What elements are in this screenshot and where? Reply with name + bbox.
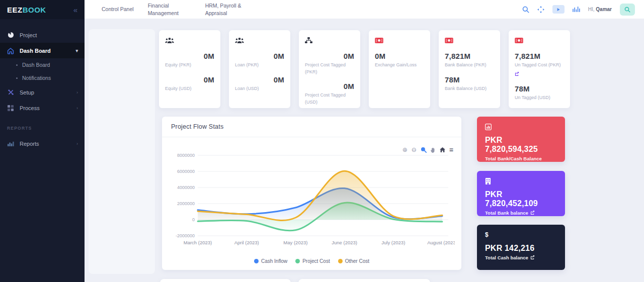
bullet-icon [16,77,18,79]
stat-row: 0MEquity (USD) [165,75,214,92]
stat-value: 78M [445,75,494,84]
stat-value: 0M [305,82,354,90]
summary-label: Total Bank balance [485,210,557,216]
stat-row: 0MProject Cost Tagged (USD) [305,82,354,106]
sidebar-item-project[interactable]: Project [0,27,85,43]
external-link-icon[interactable] [515,71,519,76]
banknote-icon [515,37,564,44]
play-icon[interactable] [552,5,565,14]
dollar-icon: $ [485,231,557,238]
brand-logo: EEZBOOK [7,6,46,14]
stats-bars-icon[interactable] [573,7,580,12]
chart-body: ⊕⊖≡ 80000006000000400000020000000-200000… [162,137,461,269]
zoom-in-icon[interactable]: ⊕ [403,147,408,153]
sidebar-subitem-notifications[interactable]: Notifications [0,71,85,84]
summary-value: PKR 7,820,594,325 [485,136,557,154]
stat-label: Loan (PKR) [235,62,284,69]
sidebar-item-process[interactable]: Process› [0,100,85,116]
greeting-prefix: HI, [588,7,595,12]
selection-zoom-icon[interactable] [421,147,427,153]
svg-text:July (2023): July (2023) [381,240,405,245]
svg-text:April (2023): April (2023) [234,240,259,245]
chevron-right-icon: › [76,90,78,95]
sidebar-collapse-icon[interactable]: « [73,6,77,14]
sidebar-item-dash-board[interactable]: Dash Board▾ [0,43,85,58]
sidebar-logo: EEZBOOK « [0,0,85,19]
bank-icon [485,177,557,184]
menu-icon[interactable]: ≡ [449,146,453,153]
bullet-icon [16,64,18,66]
legend-item-other-cost[interactable]: Other Cost [338,258,369,264]
svg-text:0: 0 [192,217,195,222]
stat-value: 0M [235,52,284,60]
stat-row: 7,821MBank Balance (PKR) [445,52,494,69]
sidebar-subitem-dash-board[interactable]: Dash Board [0,58,85,71]
users-icon [165,37,214,44]
stat-rows: 7,821MBank Balance (PKR)78MBank Balance … [445,52,494,92]
sitemap-icon [305,37,354,44]
legend-dot [254,259,259,263]
legend-item-cash-inflow[interactable]: Cash Inflow [254,258,287,264]
pan-icon[interactable] [431,147,436,153]
summary-value: PKR 142,216 [485,244,557,253]
zoom-out-icon[interactable]: ⊖ [412,147,417,153]
sidebar-item-setup[interactable]: Setup› [0,84,85,100]
summary-label: Total Bank/Cash Balance [485,156,557,161]
legend-item-project-cost[interactable]: Project Cost [295,258,330,264]
nav-tab-control-panel[interactable]: Control Panel [102,6,134,13]
external-link-icon[interactable] [530,255,535,260]
users-icon [235,37,284,44]
stat-label: Loan (USD) [235,85,284,92]
process-icon [7,105,15,111]
chart-header: Project Flow Stats [162,117,461,137]
stat-label: Exchange Gain/Loss [375,62,424,69]
summary-card-total-bank-balance[interactable]: PKR 7,820,452,109Total Bank balance [477,171,565,216]
stat-row: 0MLoan (USD) [235,75,284,92]
summary-value: PKR 7,820,452,109 [485,190,557,208]
nav-tab-financial-management[interactable]: Financial Management [148,2,191,16]
summary-card-total-cash-balance[interactable]: $PKR 142,216Total Cash balance [477,225,565,270]
sidebar-item-label: Dash Board [20,48,51,54]
user-name: Qamar [596,7,612,12]
chart-box-icon [485,123,557,130]
stat-row: 78MBank Balance (USD) [445,75,494,92]
sidebar-subitem-label: Notifications [22,75,51,81]
expand-icon[interactable] [537,6,544,13]
external-link-icon[interactable] [530,210,535,216]
stat-card-equity-pkr: 0MEquity (PKR)0MEquity (USD) [159,30,220,108]
svg-text:March (2023): March (2023) [184,240,212,245]
stat-label: Equity (PKR) [165,62,214,69]
chevron-right-icon: › [76,106,78,111]
legend-label: Other Cost [345,258,369,264]
svg-text:8000000: 8000000 [177,153,195,158]
area-chart[interactable]: 80000006000000400000020000000-2000000Mar… [168,151,455,249]
stat-value: 7,821M [445,52,494,60]
stat-row: 0MExchange Gain/Loss [375,52,424,69]
stat-row: 7,821MUn Tagged Cost (PKR) [515,52,564,78]
summary-label-text: Total Bank balance [485,210,528,216]
summary-card-total-bank-cash-balance[interactable]: PKR 7,820,594,325Total Bank/Cash Balance [477,117,565,162]
user-greeting: HI, Qamar [588,7,612,12]
stat-label: Un Tagged (USD) [515,95,564,102]
svg-text:-2000000: -2000000 [176,233,195,238]
stat-card-loan-pkr: 0MLoan (PKR)0MLoan (USD) [229,30,290,108]
svg-text:June (2023): June (2023) [332,240,357,245]
search-button[interactable] [620,4,635,16]
summary-label: Total Cash balance [485,255,557,260]
summary-label-text: Total Cash balance [485,255,528,260]
stat-value: 78M [515,84,564,93]
project-flow-stats-card: Project Flow Stats ⊕⊖≡ 80000006000000400… [162,117,461,270]
stat-value: 0M [235,75,284,84]
stat-rows: 7,821MUn Tagged Cost (PKR)78MUn Tagged (… [515,52,564,101]
tools-icon [7,89,15,96]
reports-icon [7,141,15,146]
stat-value: 0M [305,52,354,60]
sidebar-subitem-label: Dash Board [22,62,50,68]
reset-home-icon[interactable] [440,147,445,152]
stat-rows: 0MLoan (PKR)0MLoan (USD) [235,52,284,92]
sidebar-item-reports[interactable]: Reports› [0,136,85,151]
search-icon[interactable] [522,6,529,13]
sidebar-item-label: Reports [20,141,39,147]
nav-tab-hrm-payroll-appraisal[interactable]: HRM, Payroll & Appraisal [205,2,249,16]
stat-row: 78MUn Tagged (USD) [515,84,564,102]
